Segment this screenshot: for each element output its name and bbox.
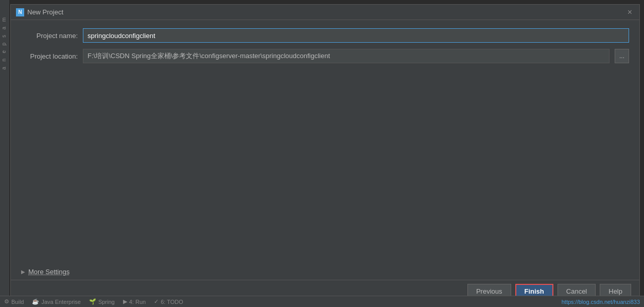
more-settings-label[interactable]: More Settings [28,268,69,276]
dialog-title-left: N New Project [16,8,63,16]
side-tab-2[interactable]: a [0,25,9,32]
run-label[interactable]: 4: Run [129,299,146,305]
project-name-row: Project name: [21,28,629,43]
dialog-titlebar: N New Project × [11,5,639,20]
side-tab-1[interactable]: m [0,15,9,24]
browse-button[interactable]: ... [615,49,629,63]
todo-icon: ✓ [154,298,159,305]
statusbar-url: https://blog.csdn.net/huanzi833 [562,299,640,305]
build-icon: ⚙ [4,298,9,305]
dialog-close-button[interactable]: × [625,7,634,17]
content-spacer [21,69,629,256]
project-name-input[interactable] [83,28,629,43]
dialog-title: New Project [27,8,63,16]
project-location-input[interactable] [83,49,610,63]
spring-label[interactable]: Spring [98,299,115,305]
side-tab-6[interactable]: n [0,57,9,64]
statusbar-spring[interactable]: 🌱 Spring [89,298,115,305]
java-enterprise-icon: ☕ [32,298,39,305]
side-tab-3[interactable]: s [0,33,9,40]
todo-label[interactable]: 6: TODO [161,299,183,305]
dialog-content: Project name: Project location: ... [11,20,639,264]
spring-icon: 🌱 [89,298,96,305]
statusbar-run[interactable]: ▶ 4: Run [123,298,146,305]
ide-background: m a s p e n a 4 1 N New Project × Projec… [0,0,644,307]
new-project-dialog: N New Project × Project name: Project lo… [10,4,640,303]
statusbar-build[interactable]: ⚙ Build [4,298,24,305]
project-location-row: Project location: ... [21,49,629,63]
statusbar-java-enterprise[interactable]: ☕ Java Enterprise [32,298,80,305]
build-label[interactable]: Build [11,299,24,305]
side-tabs: m a s p e n a [0,0,9,307]
project-location-label: Project location: [21,52,78,60]
side-tab-5[interactable]: e [0,48,9,56]
more-settings-section[interactable]: ▶ More Settings [11,264,639,280]
statusbar-todo[interactable]: ✓ 6: TODO [154,298,183,305]
side-tab-7[interactable]: a [0,65,9,72]
java-enterprise-label[interactable]: Java Enterprise [41,299,80,305]
dialog-app-icon: N [16,8,24,16]
more-settings-arrow-icon: ▶ [21,269,25,275]
ide-statusbar: ⚙ Build ☕ Java Enterprise 🌱 Spring ▶ 4: … [0,296,644,307]
project-name-label: Project name: [21,32,78,40]
run-icon: ▶ [123,298,127,305]
side-tab-4[interactable]: p [0,41,9,48]
